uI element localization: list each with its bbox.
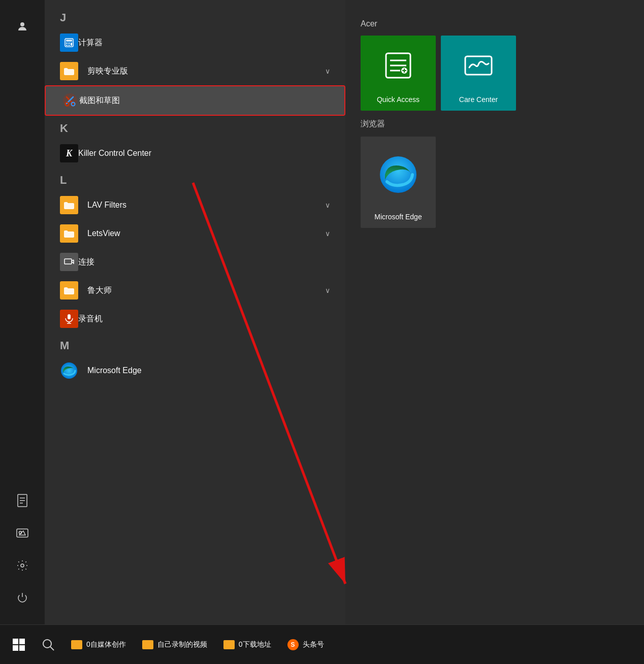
section-letter-l: L — [45, 168, 345, 191]
app-list-panel: J 计算器 — [0, 0, 345, 624]
app-name-edge-m: Microsoft Edge — [87, 366, 330, 375]
taskbar-label-2: 自己录制的视频 — [157, 640, 207, 649]
calculator-icon — [60, 34, 78, 52]
app-list: J 计算器 — [45, 0, 345, 624]
app-item-ludashi[interactable]: 鲁大师 ∨ — [45, 276, 345, 305]
app-item-letsview[interactable]: LetsView ∨ — [45, 219, 345, 248]
tiles-panel: Acer Quick Access — [345, 0, 644, 624]
sidebar — [0, 0, 45, 624]
svg-rect-5 — [17, 529, 28, 537]
svg-rect-19 — [65, 259, 72, 264]
folder-icon-lav — [60, 196, 78, 214]
svg-rect-40 — [13, 645, 18, 651]
sidebar-user-icon[interactable] — [10, 14, 35, 39]
app-name-ludashi: 鲁大师 — [87, 285, 325, 296]
app-name-connect: 连接 — [78, 257, 330, 268]
browser-tiles-row: Microsoft Edge — [361, 137, 629, 228]
app-item-snip[interactable]: 截图和草图 — [45, 85, 345, 116]
tile-label-edge: Microsoft Edge — [374, 213, 422, 221]
section-letter-k: K — [45, 116, 345, 139]
edge-app-icon — [60, 361, 78, 380]
svg-point-7 — [21, 564, 24, 567]
taskbar-folder-icon-1 — [71, 640, 82, 649]
svg-line-43 — [50, 647, 54, 650]
taskbar-item-video[interactable]: 自己录制的视频 — [135, 631, 214, 658]
svg-rect-14 — [69, 45, 70, 46]
taskbar-folder-icon-2 — [142, 640, 153, 649]
taskbar-item-toutiao[interactable]: S 头条号 — [280, 631, 331, 658]
svg-point-42 — [43, 640, 51, 648]
app-name-snip: 截图和草图 — [79, 95, 329, 106]
app-item-killer[interactable]: K Killer Control Center — [45, 139, 345, 168]
killer-icon: K — [60, 144, 78, 162]
app-name-jianying: 剪映专业版 — [87, 66, 325, 77]
app-name-recorder: 录音机 — [78, 314, 330, 324]
tile-care-center[interactable]: Care Center — [441, 36, 516, 111]
tile-label-quick-access: Quick Access — [377, 95, 420, 104]
connect-icon — [60, 253, 78, 271]
folder-icon-jianying — [60, 62, 78, 80]
app-name-lav: LAV Filters — [87, 201, 325, 210]
folder-icon-letsview — [60, 224, 78, 243]
tile-quick-access[interactable]: Quick Access — [361, 36, 436, 111]
sidebar-settings-icon[interactable] — [10, 553, 35, 578]
taskbar-label-1: 0自媒体创作 — [86, 640, 126, 649]
svg-rect-23 — [68, 314, 71, 319]
svg-rect-41 — [19, 645, 25, 651]
section-letter-m: M — [45, 333, 345, 356]
care-center-icon-area — [441, 36, 516, 95]
tiles-section-browser: 浏览器 — [361, 119, 629, 129]
quick-access-icon-area — [361, 36, 436, 95]
svg-rect-11 — [69, 43, 70, 44]
taskbar-label-4: 头条号 — [303, 640, 324, 649]
svg-point-0 — [20, 22, 24, 26]
svg-rect-15 — [71, 44, 72, 46]
app-item-connect[interactable]: 连接 — [45, 248, 345, 276]
app-name-letsview: LetsView — [87, 229, 325, 238]
app-item-lav[interactable]: LAV Filters ∨ — [45, 191, 345, 219]
taskbar-folder-icon-3 — [223, 640, 235, 649]
chevron-lav: ∨ — [325, 201, 330, 209]
edge-browser-icon-area — [361, 137, 436, 213]
tile-edge-browser[interactable]: Microsoft Edge — [361, 137, 436, 228]
section-letter-j: J — [45, 5, 345, 28]
taskbar-item-media[interactable]: 0自媒体创作 — [64, 631, 133, 658]
chevron-jianying: ∨ — [325, 67, 330, 75]
chevron-letsview: ∨ — [325, 229, 330, 238]
svg-rect-13 — [66, 45, 68, 46]
search-button[interactable] — [35, 631, 62, 658]
svg-rect-10 — [66, 43, 68, 44]
app-name-killer: Killer Control Center — [78, 149, 330, 158]
folder-icon-ludashi — [60, 281, 78, 300]
taskbar-item-download[interactable]: 0下载地址 — [216, 631, 278, 658]
sidebar-power-icon[interactable] — [10, 586, 35, 610]
app-item-calculator[interactable]: 计算器 — [45, 28, 345, 57]
app-item-edge[interactable]: Microsoft Edge — [45, 356, 345, 385]
svg-rect-12 — [71, 43, 72, 44]
sidebar-photo-icon[interactable] — [10, 521, 35, 545]
svg-rect-38 — [13, 639, 18, 644]
sidebar-document-icon[interactable] — [10, 488, 35, 513]
start-button[interactable] — [5, 631, 33, 658]
app-item-jianying[interactable]: 剪映专业版 ∨ — [45, 57, 345, 85]
tile-label-care-center: Care Center — [459, 95, 498, 104]
tiles-section-acer: Acer — [361, 19, 629, 28]
start-menu: J 计算器 — [0, 0, 644, 624]
recorder-icon — [60, 310, 78, 328]
app-name-calculator: 计算器 — [78, 38, 330, 48]
taskbar-label-3: 0下载地址 — [239, 640, 271, 649]
sina-icon: S — [287, 639, 299, 650]
chevron-ludashi: ∨ — [325, 286, 330, 294]
snip-icon — [61, 91, 79, 110]
app-item-recorder[interactable]: 录音机 — [45, 305, 345, 333]
taskbar: 0自媒体创作 自己录制的视频 0下载地址 S 头条号 — [0, 624, 644, 664]
svg-rect-39 — [19, 639, 25, 644]
svg-rect-9 — [66, 40, 72, 42]
acer-tiles-row: Quick Access Care Center — [361, 36, 629, 111]
